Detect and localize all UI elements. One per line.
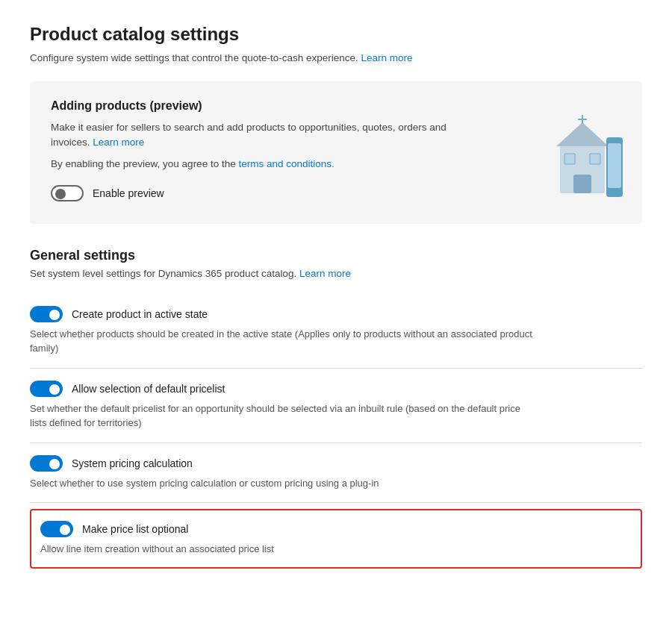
preview-card: Adding products (preview) Make it easier… — [30, 81, 642, 224]
enable-preview-track — [51, 185, 84, 201]
card-illustration — [538, 107, 627, 197]
system-pricing-row: System pricing calculation — [30, 455, 642, 472]
window-left — [564, 154, 575, 164]
enable-preview-label: Enable preview — [93, 187, 164, 199]
system-pricing-desc: Select whether to use system pricing cal… — [30, 476, 538, 491]
allow-pricelist-thumb — [49, 384, 60, 395]
system-pricing-track — [30, 455, 63, 472]
allow-pricelist-toggle[interactable] — [30, 381, 63, 397]
general-settings-subtitle: Set system level settings for Dynamics 3… — [30, 268, 642, 279]
make-pricelist-optional-desc: Allow line item creation without an asso… — [40, 542, 548, 557]
general-settings-title: General settings — [30, 248, 642, 263]
make-pricelist-optional-thumb — [60, 525, 70, 535]
building-roof — [556, 122, 609, 146]
make-pricelist-optional-label: Make price list optional — [82, 523, 188, 535]
create-product-desc: Select whether products should be create… — [30, 327, 538, 356]
setting-system-pricing: System pricing calculation Select whethe… — [30, 443, 642, 504]
illustration-svg — [538, 107, 627, 204]
allow-pricelist-row: Allow selection of default pricelist — [30, 381, 642, 397]
panel-screen — [608, 143, 621, 188]
system-pricing-label: System pricing calculation — [72, 457, 193, 469]
create-product-row: Create product in active state — [30, 306, 642, 322]
page-title: Product catalog settings — [30, 24, 642, 45]
enable-preview-row: Enable preview — [51, 185, 621, 201]
setting-make-pricelist-optional: Make price list optional Allow line item… — [30, 509, 642, 569]
general-settings-section: General settings Set system level settin… — [30, 248, 642, 569]
enable-preview-toggle[interactable] — [51, 185, 84, 201]
create-product-toggle[interactable] — [30, 306, 63, 322]
setting-allow-pricelist: Allow selection of default pricelist Set… — [30, 369, 642, 443]
system-pricing-toggle[interactable] — [30, 455, 63, 472]
building-door — [573, 175, 591, 193]
make-pricelist-optional-row: Make price list optional — [40, 521, 632, 537]
terms-conditions-link[interactable]: terms and conditions. — [238, 158, 334, 169]
make-pricelist-optional-toggle[interactable] — [40, 521, 73, 537]
system-pricing-thumb — [49, 459, 60, 469]
page-learn-more-link[interactable]: Learn more — [361, 52, 413, 63]
allow-pricelist-track — [30, 381, 63, 397]
enable-preview-thumb — [55, 189, 66, 199]
setting-create-product: Create product in active state Select wh… — [30, 294, 642, 369]
window-right — [590, 154, 600, 164]
create-product-thumb — [49, 310, 60, 320]
allow-pricelist-label: Allow selection of default pricelist — [72, 383, 225, 395]
preview-learn-more-link[interactable]: Learn more — [93, 137, 144, 148]
create-product-label: Create product in active state — [72, 308, 208, 320]
preview-card-terms: By enabling the preview, you agree to th… — [51, 157, 621, 172]
make-pricelist-optional-track — [40, 521, 73, 537]
general-learn-more-link[interactable]: Learn more — [299, 268, 351, 279]
preview-card-title: Adding products (preview) — [51, 99, 621, 113]
allow-pricelist-desc: Set whether the default pricelist for an… — [30, 401, 538, 431]
preview-card-desc: Make it easier for sellers to search and… — [51, 120, 484, 151]
create-product-track — [30, 306, 63, 322]
page-subtitle: Configure system wide settings that cont… — [30, 52, 642, 63]
